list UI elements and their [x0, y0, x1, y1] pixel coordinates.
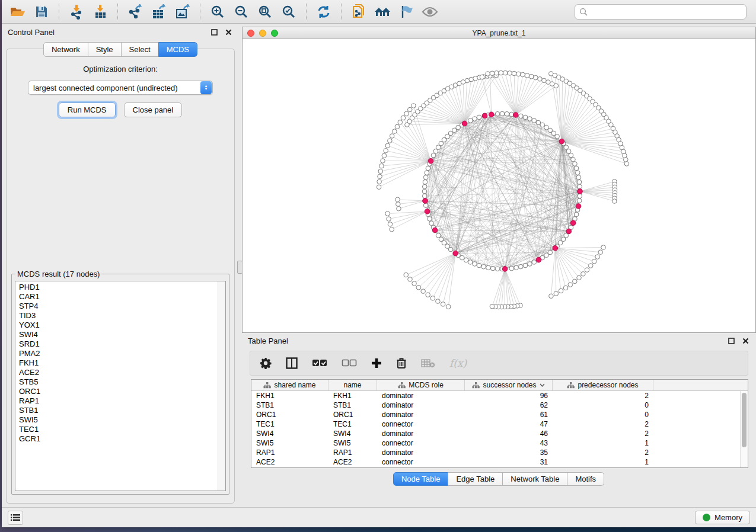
- close-panel-button[interactable]: Close panel: [124, 102, 183, 117]
- table-row[interactable]: SWI4SWI4dominator462: [251, 429, 748, 438]
- leaf-node[interactable]: [529, 74, 534, 79]
- leaf-node[interactable]: [598, 250, 603, 255]
- leaf-node[interactable]: [412, 281, 417, 286]
- ring-node[interactable]: [573, 162, 578, 166]
- network-window-titlebar[interactable]: YPA_prune.txt_1: [243, 27, 755, 39]
- zoom-out-button[interactable]: [231, 2, 251, 21]
- mcds-result-item[interactable]: RAP1: [19, 396, 225, 406]
- mcds-hub-node[interactable]: [536, 257, 541, 262]
- show-all-button[interactable]: [420, 2, 440, 21]
- ring-node[interactable]: [523, 263, 528, 268]
- leaf-node[interactable]: [473, 76, 478, 81]
- ring-node[interactable]: [571, 157, 576, 162]
- mcds-result-item[interactable]: ACE2: [19, 368, 225, 377]
- network-canvas[interactable]: [243, 39, 755, 332]
- leaf-node[interactable]: [581, 272, 586, 277]
- column-header-predecessor-nodes[interactable]: predecessor nodes: [553, 380, 653, 390]
- leaf-node[interactable]: [377, 180, 382, 184]
- zoom-selected-button[interactable]: [279, 2, 299, 21]
- mcds-result-item[interactable]: TEC1: [19, 425, 225, 434]
- leaf-node[interactable]: [407, 107, 412, 112]
- leaf-node[interactable]: [577, 275, 582, 280]
- mcds-list-scrollbar[interactable]: [218, 281, 225, 491]
- ring-node[interactable]: [544, 253, 549, 258]
- ring-node[interactable]: [422, 189, 427, 194]
- table-row[interactable]: STB1STB1dominator620: [251, 400, 748, 410]
- leaf-node[interactable]: [516, 72, 521, 76]
- close-table-panel-icon[interactable]: [741, 336, 750, 345]
- leaf-node[interactable]: [559, 289, 563, 293]
- mcds-result-item[interactable]: TID3: [19, 311, 225, 321]
- ring-node[interactable]: [490, 266, 495, 271]
- ring-node[interactable]: [569, 153, 573, 158]
- export-table-button[interactable]: [149, 2, 169, 21]
- leaf-node[interactable]: [382, 153, 387, 158]
- leaf-node[interactable]: [538, 77, 543, 82]
- table-row[interactable]: TEC1TEC1connector472: [251, 419, 748, 429]
- ring-node[interactable]: [528, 262, 532, 267]
- leaf-node[interactable]: [388, 139, 393, 143]
- import-table-button[interactable]: [90, 2, 110, 21]
- float-panel-icon[interactable]: [209, 27, 219, 37]
- ring-node[interactable]: [500, 111, 505, 116]
- table-row[interactable]: RAP1RAP1dominator352: [251, 448, 748, 457]
- ring-node[interactable]: [532, 260, 537, 265]
- ring-node[interactable]: [426, 166, 430, 171]
- leaf-node[interactable]: [490, 304, 495, 309]
- ring-node[interactable]: [519, 114, 524, 118]
- mcds-result-listbox[interactable]: PHD1CAR1STP4TID3YOX1SWI4SRD1PMA2FKH1ACE2…: [15, 281, 226, 491]
- add-column-button[interactable]: [371, 355, 382, 371]
- ring-node[interactable]: [555, 134, 560, 139]
- network-graph[interactable]: [243, 39, 755, 332]
- ring-node[interactable]: [425, 171, 429, 175]
- leaf-node[interactable]: [381, 159, 385, 164]
- leaf-node[interactable]: [408, 277, 413, 282]
- ring-node[interactable]: [464, 258, 468, 262]
- ring-node[interactable]: [473, 262, 477, 267]
- ring-node[interactable]: [431, 153, 436, 158]
- leaf-node[interactable]: [421, 289, 426, 294]
- leaf-node[interactable]: [378, 174, 382, 179]
- leaf-node[interactable]: [525, 73, 529, 78]
- leaf-node[interactable]: [601, 245, 606, 250]
- leaf-node[interactable]: [499, 70, 503, 75]
- tab-select[interactable]: Select: [121, 42, 159, 57]
- column-header-MCDS-role[interactable]: MCDS role: [377, 380, 465, 390]
- table-scrollbar[interactable]: [740, 391, 748, 467]
- ring-node[interactable]: [468, 118, 473, 123]
- hide-selected-button[interactable]: [396, 2, 416, 21]
- panel-splitter-handle[interactable]: [237, 261, 243, 274]
- leaf-node[interactable]: [554, 84, 559, 88]
- table-scrollbar-thumb[interactable]: [742, 393, 747, 447]
- mcds-result-item[interactable]: SRD1: [19, 339, 225, 349]
- mcds-result-item[interactable]: FKH1: [19, 358, 225, 368]
- ring-node[interactable]: [532, 118, 537, 123]
- ring-node[interactable]: [577, 198, 582, 203]
- mcds-hub-node[interactable]: [570, 220, 576, 226]
- mcds-result-item[interactable]: SWI5: [19, 415, 225, 425]
- ring-node[interactable]: [578, 194, 582, 198]
- new-network-from-selection-button[interactable]: [349, 2, 369, 21]
- delete-columns-button[interactable]: [396, 355, 407, 371]
- leaf-node[interactable]: [624, 162, 629, 166]
- leaf-node[interactable]: [397, 206, 401, 211]
- save-session-button[interactable]: [31, 2, 52, 21]
- mcds-result-item[interactable]: ORC1: [19, 387, 225, 396]
- table-row[interactable]: ORC1ORC1dominator610: [251, 410, 748, 419]
- ring-node[interactable]: [505, 111, 509, 116]
- column-header-successor-nodes[interactable]: successor nodes: [465, 380, 553, 390]
- mcds-hub-node[interactable]: [462, 121, 467, 126]
- mcds-hub-node[interactable]: [578, 189, 583, 194]
- ring-node[interactable]: [540, 123, 545, 127]
- mcds-hub-node[interactable]: [482, 113, 487, 118]
- ring-node[interactable]: [473, 117, 477, 121]
- mcds-hub-node[interactable]: [513, 113, 518, 118]
- leaf-node[interactable]: [379, 164, 384, 168]
- leaf-node[interactable]: [384, 148, 388, 153]
- ring-node[interactable]: [574, 212, 579, 217]
- tab-style[interactable]: Style: [88, 42, 122, 57]
- criterion-select[interactable]: largest connected component (undirected)…: [28, 81, 213, 95]
- leaf-node[interactable]: [378, 169, 383, 174]
- ring-node[interactable]: [468, 260, 473, 265]
- leaf-node[interactable]: [416, 285, 421, 290]
